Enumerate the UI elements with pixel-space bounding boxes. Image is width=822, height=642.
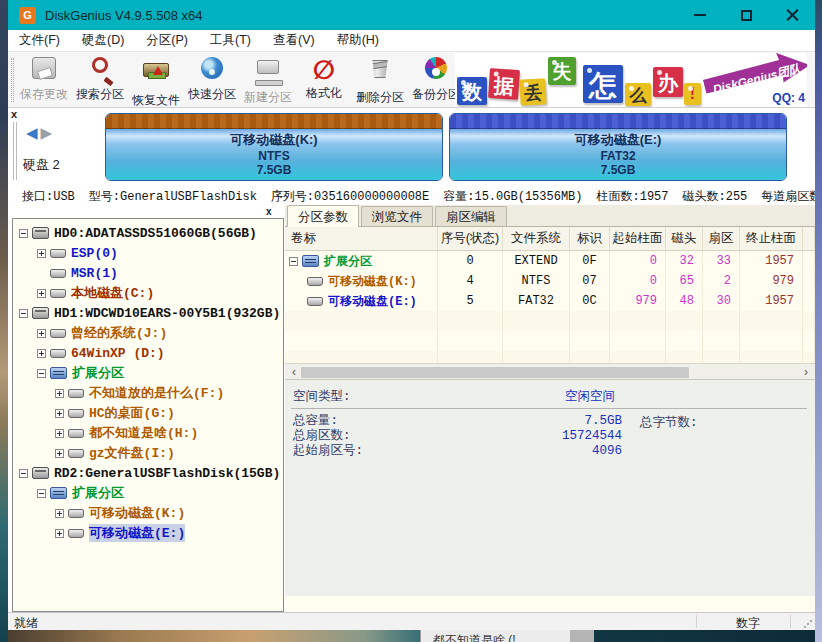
tree-item-d[interactable]: 64WinXP (D:)	[15, 343, 283, 363]
tree-item-i[interactable]: gz文件盘(I:)	[15, 443, 283, 463]
expand-icon[interactable]	[55, 409, 64, 418]
horizontal-scrollbar[interactable]: ‹ ›	[285, 363, 815, 380]
partition-box-k[interactable]: 可移动磁盘(K:) NTFS 7.5GB	[105, 113, 443, 181]
tree-item-k[interactable]: 可移动磁盘(K:)	[15, 503, 283, 523]
table-header[interactable]: 卷标 序号(状态) 文件系统 标识 起始柱面 磁头 扇区 终止柱面	[285, 227, 815, 251]
maximize-button[interactable]	[723, 0, 769, 30]
total-capacity-label: 总容量:	[293, 414, 363, 429]
menu-partition[interactable]: 分区(P)	[135, 32, 199, 49]
partition-box-e[interactable]: 可移动磁盘(E:) FAT32 7.5GB	[449, 113, 787, 181]
menu-disk[interactable]: 硬盘(D)	[71, 32, 135, 49]
drive-icon	[50, 269, 66, 278]
title-bar[interactable]: G DiskGenius V4.9.5.508 x64	[8, 0, 815, 30]
ad-tag: 数	[457, 77, 487, 105]
delete-partition-button[interactable]: 删除分区	[352, 54, 408, 106]
expand-icon[interactable]	[37, 349, 46, 358]
drive-icon	[50, 329, 66, 338]
save-changes-button[interactable]: 保存更改	[16, 54, 72, 106]
collapse-icon[interactable]	[19, 309, 28, 318]
separator	[291, 408, 807, 409]
format-button[interactable]: ∅ 格式化	[296, 54, 352, 106]
recover-files-button[interactable]: 恢复文件	[128, 54, 184, 106]
diskgenius-window: G DiskGenius V4.9.5.508 x64 文件(F) 硬盘(D) …	[8, 0, 815, 630]
tree-item-j[interactable]: 曾经的系统(J:)	[15, 323, 283, 343]
tree-item-h[interactable]: 都不知道是啥(H:)	[15, 423, 283, 443]
close-button[interactable]	[769, 0, 815, 30]
tree-item-rd2[interactable]: RD2:GeneralUSBFlashDisk(15GB)	[15, 463, 283, 483]
ad-banner[interactable]: 数 据 丢 失 怎 么 办 ! DiskGenius团队 QQ: 4	[455, 53, 807, 107]
expand-icon[interactable]	[37, 329, 46, 338]
disk-nav-arrows[interactable]: ◀▶	[26, 124, 55, 142]
minimize-button[interactable]	[677, 0, 723, 30]
scrollbar-thumb[interactable]	[301, 367, 689, 378]
drive-icon	[50, 289, 66, 298]
collapse-icon[interactable]	[19, 229, 28, 238]
tree-item-esp[interactable]: ESP(0)	[15, 243, 283, 263]
collapse-icon[interactable]	[37, 489, 46, 498]
tab-sector-edit[interactable]: 扇区编辑	[435, 206, 507, 226]
overview-grip[interactable]	[13, 122, 17, 180]
tree-panel-close-icon[interactable]: x	[266, 206, 272, 217]
collapse-icon[interactable]	[289, 257, 298, 266]
window-title: DiskGenius V4.9.5.508 x64	[45, 8, 203, 23]
space-type-label: 空间类型:	[293, 390, 351, 404]
scroll-right-icon[interactable]: ›	[799, 365, 813, 379]
quick-partition-button[interactable]: 快速分区	[184, 54, 240, 106]
scroll-left-icon[interactable]: ‹	[287, 365, 301, 379]
ad-tag: 据	[488, 68, 520, 100]
menu-view[interactable]: 查看(V)	[262, 32, 326, 49]
extended-partition-icon	[50, 367, 67, 379]
expand-icon[interactable]	[55, 389, 64, 398]
tree-item-c[interactable]: 本地磁盘(C:)	[15, 283, 283, 303]
resize-grip-icon[interactable]	[803, 619, 812, 628]
app-logo-icon: G	[19, 7, 36, 24]
overview-close-icon[interactable]: x	[11, 108, 17, 120]
info-interface: 接口:USB	[22, 188, 75, 205]
start-sector-label: 起始扇区号:	[293, 444, 363, 459]
partition-tree: HD0:ADATASSDS51060GB(56GB) ESP(0) MSR(1)…	[12, 218, 284, 612]
tab-browse-files[interactable]: 浏览文件	[361, 206, 433, 226]
expand-icon[interactable]	[55, 429, 64, 438]
search-icon	[92, 57, 108, 73]
drive-icon	[307, 277, 323, 286]
partition-fs: FAT32	[450, 149, 786, 163]
tab-partition-params[interactable]: 分区参数	[287, 205, 359, 227]
tree-item-hd1[interactable]: HD1:WDCWD10EARS-00Y5B1(932GB)	[15, 303, 283, 323]
background-window-button	[570, 630, 594, 642]
collapse-icon[interactable]	[19, 469, 28, 478]
menu-file[interactable]: 文件(F)	[8, 32, 71, 49]
tree-item-e-selected[interactable]: 可移动磁盘(E:)	[15, 523, 283, 543]
backup-pie-icon	[425, 57, 447, 79]
expand-icon[interactable]	[37, 289, 46, 298]
tree-item-g[interactable]: HC的桌面(G:)	[15, 403, 283, 423]
background-window-fragment[interactable]: 都不知道是啥 (!	[420, 630, 570, 642]
recover-files-icon	[143, 63, 169, 77]
expand-icon[interactable]	[55, 449, 64, 458]
expand-icon[interactable]	[55, 509, 64, 518]
no-expand	[37, 269, 46, 278]
new-partition-button[interactable]: 新建分区	[240, 54, 296, 106]
expand-icon[interactable]	[37, 249, 46, 258]
collapse-icon[interactable]	[37, 369, 46, 378]
menu-tools[interactable]: 工具(T)	[199, 32, 262, 49]
toolbar: 保存更改 搜索分区 恢复文件 快速分区 新建分区	[8, 52, 815, 108]
search-partition-button[interactable]: 搜索分区	[72, 54, 128, 106]
prev-disk-icon[interactable]: ◀	[26, 124, 41, 141]
right-panel: 分区参数 浏览文件 扇区编辑 卷标 序号(状态) 文件系统 标识 起始柱面 磁头…	[285, 205, 815, 612]
tree-item-extended-rd2[interactable]: 扩展分区	[15, 483, 283, 503]
tree-item-extended-hd1[interactable]: 扩展分区	[15, 363, 283, 383]
menu-help[interactable]: 帮助(H)	[326, 32, 390, 49]
total-sectors-label: 总扇区数:	[293, 429, 363, 444]
next-disk-icon[interactable]: ▶	[41, 124, 56, 141]
tree-item-f[interactable]: 不知道放的是什么(F:)	[15, 383, 283, 403]
table-row[interactable]: 可移动磁盘(K:) 4 NTFS 07 0 65 2 979	[285, 271, 815, 291]
tree-item-hd0[interactable]: HD0:ADATASSDS51060GB(56GB)	[15, 223, 283, 243]
table-row[interactable]: 扩展分区 0 EXTEND 0F 0 32 33 1957	[285, 251, 815, 271]
status-separator	[696, 615, 697, 628]
toolbar-grip[interactable]	[11, 58, 14, 102]
table-row[interactable]: 可移动磁盘(E:) 5 FAT32 0C 979 48 30 1957	[285, 291, 815, 311]
expand-icon[interactable]	[55, 529, 64, 538]
tree-item-msr[interactable]: MSR(1)	[15, 263, 283, 283]
ad-qq-text: QQ: 4	[772, 91, 805, 105]
status-bar: 就绪 数字	[8, 612, 815, 630]
